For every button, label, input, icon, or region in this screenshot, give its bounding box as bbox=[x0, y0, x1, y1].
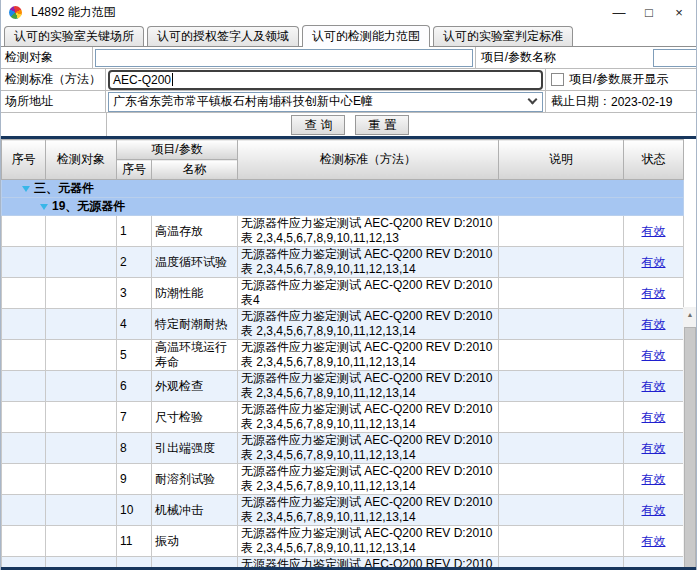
standard-cell: 无源器件应力鉴定测试 AEC-Q200 REV D:2010 表4 bbox=[238, 278, 499, 309]
standard-cell: 无源器件应力鉴定测试 AEC-Q200 REV D:2010 表 2,3,4,5… bbox=[238, 309, 499, 340]
header-standard: 检测标准（方法） bbox=[238, 140, 499, 180]
header-param-group: 项目/参数 bbox=[117, 140, 238, 160]
form-row-address: 场所地址 广东省东莞市常平镇板石村南埔科技创新中心E幢 截止日期： 2023-0… bbox=[1, 91, 697, 113]
text-caret bbox=[172, 73, 173, 86]
expand-checkbox-label: 项目/参数展开显示 bbox=[569, 71, 668, 88]
vertical-scrollbar[interactable]: ▲ ▼ bbox=[683, 307, 697, 570]
note-cell bbox=[499, 526, 624, 557]
param-seq-cell: 10 bbox=[117, 495, 152, 526]
standard-input[interactable]: AEC-Q200 bbox=[108, 70, 543, 90]
seq-cell bbox=[2, 526, 46, 557]
status-link[interactable]: 有效 bbox=[642, 286, 666, 300]
header-status: 状态 bbox=[624, 140, 684, 180]
button-row: 查询 重置 bbox=[1, 113, 697, 136]
table-header: 序号 检测对象 项目/参数 检测标准（方法） 说明 状态 序号 名称 bbox=[2, 140, 684, 180]
group-row[interactable]: 19、无源器件 bbox=[2, 198, 684, 216]
object-cell bbox=[46, 402, 117, 433]
table-row: 2温度循环试验无源器件应力鉴定测试 AEC-Q200 REV D:2010 表 … bbox=[2, 247, 684, 278]
note-cell bbox=[499, 340, 624, 371]
param-name-input[interactable] bbox=[653, 49, 697, 67]
status-link[interactable]: 有效 bbox=[642, 348, 666, 362]
test-object-label: 检测对象 bbox=[1, 47, 93, 68]
status-link[interactable]: 有效 bbox=[642, 441, 666, 455]
status-cell: 有效 bbox=[624, 433, 684, 464]
tab-testing-capability[interactable]: 认可的检测能力范围 bbox=[302, 25, 430, 47]
param-seq-cell: 9 bbox=[117, 464, 152, 495]
status-cell: 有效 bbox=[624, 371, 684, 402]
object-cell bbox=[46, 278, 117, 309]
seq-cell bbox=[2, 340, 46, 371]
tab-signatories[interactable]: 认可的授权签字人及领域 bbox=[147, 26, 299, 46]
group-row[interactable]: 三、元器件 bbox=[2, 180, 684, 198]
note-cell bbox=[499, 464, 624, 495]
window-title: L4892 能力范围 bbox=[31, 4, 116, 21]
status-cell: 有效 bbox=[624, 464, 684, 495]
object-cell bbox=[46, 433, 117, 464]
header-param-name: 名称 bbox=[152, 160, 238, 180]
test-object-input[interactable] bbox=[95, 49, 473, 67]
status-link[interactable]: 有效 bbox=[642, 379, 666, 393]
results-table: 序号 检测对象 项目/参数 检测标准（方法） 说明 状态 序号 名称 三、元器件… bbox=[1, 139, 684, 570]
status-cell: 有效 bbox=[624, 495, 684, 526]
address-select[interactable]: 广东省东莞市常平镇板石村南埔科技创新中心E幢 bbox=[108, 92, 543, 112]
minimize-button[interactable]: — bbox=[604, 0, 634, 24]
note-cell bbox=[499, 278, 624, 309]
note-cell bbox=[499, 402, 624, 433]
scrollbar-thumb[interactable] bbox=[684, 327, 696, 570]
seq-cell bbox=[2, 464, 46, 495]
app-icon bbox=[9, 6, 22, 19]
reset-button[interactable]: 重置 bbox=[355, 115, 409, 135]
note-cell bbox=[499, 309, 624, 340]
status-cell: 有效 bbox=[624, 526, 684, 557]
status-cell: 有效 bbox=[624, 340, 684, 371]
status-link[interactable]: 有效 bbox=[642, 503, 666, 517]
status-link[interactable]: 有效 bbox=[642, 472, 666, 486]
form-row-object: 检测对象 项目/参数名称 bbox=[1, 47, 697, 69]
header-note: 说明 bbox=[499, 140, 624, 180]
form-row-standard: 检测标准（方法） AEC-Q200 项目/参数展开显示 bbox=[1, 69, 697, 91]
param-seq-cell: 8 bbox=[117, 433, 152, 464]
standard-cell: 无源器件应力鉴定测试 AEC-Q200 REV D:2010 表 2,3,4,5… bbox=[238, 464, 499, 495]
standard-cell: 无源器件应力鉴定测试 AEC-Q200 REV D:2010 表 2,3,4,5… bbox=[238, 247, 499, 278]
standard-cell: 无源器件应力鉴定测试 AEC-Q200 REV D:2010 表 2,3,4,5… bbox=[238, 371, 499, 402]
standard-cell: 无源器件应力鉴定测试 AEC-Q200 REV D:2010 表 2,3,4,5… bbox=[238, 216, 499, 247]
group-cell[interactable]: 19、无源器件 bbox=[2, 198, 684, 216]
status-cell: 有效 bbox=[624, 309, 684, 340]
table-row: 1高温存放无源器件应力鉴定测试 AEC-Q200 REV D:2010 表 2,… bbox=[2, 216, 684, 247]
param-seq-cell: 11 bbox=[117, 526, 152, 557]
status-link[interactable]: 有效 bbox=[642, 317, 666, 331]
table-row: 6外观检查无源器件应力鉴定测试 AEC-Q200 REV D:2010 表 2,… bbox=[2, 371, 684, 402]
search-form: 检测对象 项目/参数名称 检测标准（方法） AEC-Q200 项目/参数展开显示 bbox=[1, 47, 697, 113]
param-name-cell: 高温环境运行寿命 bbox=[152, 340, 238, 371]
param-name-cell: 防潮性能 bbox=[152, 278, 238, 309]
standard-cell: 无源器件应力鉴定测试 AEC-Q200 REV D:2010 表 2,3,4,5… bbox=[238, 433, 499, 464]
note-cell bbox=[499, 371, 624, 402]
maximize-button[interactable]: □ bbox=[634, 0, 664, 24]
app-window: L4892 能力范围 — □ × 认可的实验室关键场所 认可的授权签字人及领域 … bbox=[0, 0, 697, 570]
scroll-up-icon[interactable]: ▲ bbox=[683, 307, 697, 321]
object-cell bbox=[46, 526, 117, 557]
param-seq-cell: 4 bbox=[117, 309, 152, 340]
deadline-label: 截止日期： bbox=[551, 93, 611, 110]
group-cell[interactable]: 三、元器件 bbox=[2, 180, 684, 198]
param-name-cell: 外观检查 bbox=[152, 371, 238, 402]
tab-judgment-standards[interactable]: 认可的实验室判定标准 bbox=[433, 26, 573, 46]
tab-key-sites[interactable]: 认可的实验室关键场所 bbox=[4, 26, 144, 46]
collapse-triangle-icon[interactable] bbox=[40, 204, 48, 210]
status-link[interactable]: 有效 bbox=[642, 410, 666, 424]
param-name-cell: 引出端强度 bbox=[152, 433, 238, 464]
table-row: 8引出端强度无源器件应力鉴定测试 AEC-Q200 REV D:2010 表 2… bbox=[2, 433, 684, 464]
close-button[interactable]: × bbox=[664, 0, 694, 24]
tab-bar: 认可的实验室关键场所 认可的授权签字人及领域 认可的检测能力范围 认可的实验室判… bbox=[1, 24, 696, 47]
status-link[interactable]: 有效 bbox=[642, 534, 666, 548]
status-link[interactable]: 有效 bbox=[642, 255, 666, 269]
status-link[interactable]: 有效 bbox=[642, 224, 666, 238]
param-name-cell: 耐溶剂试验 bbox=[152, 464, 238, 495]
standard-cell: 无源器件应力鉴定测试 AEC-Q200 REV D:2010 表 2,3,4,5… bbox=[238, 526, 499, 557]
object-cell bbox=[46, 216, 117, 247]
collapse-triangle-icon[interactable] bbox=[22, 186, 30, 192]
expand-checkbox[interactable] bbox=[551, 73, 564, 86]
param-seq-cell: 7 bbox=[117, 402, 152, 433]
group-label: 三、元器件 bbox=[34, 181, 94, 195]
query-button[interactable]: 查询 bbox=[291, 115, 345, 135]
